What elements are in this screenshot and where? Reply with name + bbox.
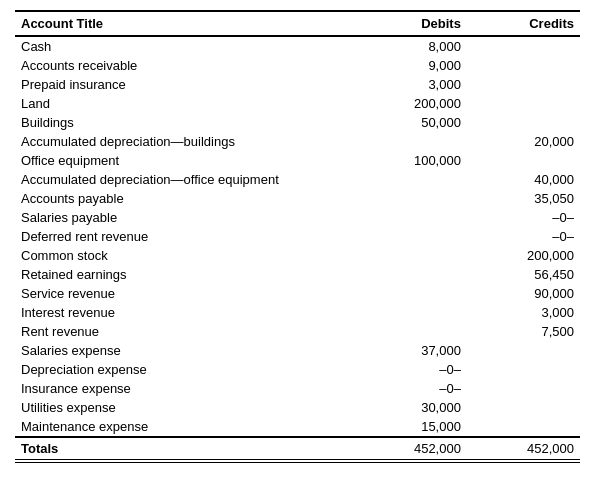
- debit-cell: [354, 322, 467, 341]
- account-cell: Retained earnings: [15, 265, 354, 284]
- table-row: Accumulated depreciation—buildings20,000: [15, 132, 580, 151]
- table-row: Insurance expense–0–: [15, 379, 580, 398]
- debit-cell: 3,000: [354, 75, 467, 94]
- credit-cell: [467, 56, 580, 75]
- table-row: Prepaid insurance3,000: [15, 75, 580, 94]
- account-cell: Accounts receivable: [15, 56, 354, 75]
- totals-label: Totals: [15, 437, 354, 461]
- totals-row: Totals452,000452,000: [15, 437, 580, 461]
- credit-cell: [467, 379, 580, 398]
- account-title-header: Account Title: [15, 11, 354, 36]
- debit-cell: [354, 227, 467, 246]
- table-row: Rent revenue7,500: [15, 322, 580, 341]
- debit-cell: 8,000: [354, 36, 467, 56]
- table-row: Cash8,000: [15, 36, 580, 56]
- debit-cell: 50,000: [354, 113, 467, 132]
- credit-cell: [467, 94, 580, 113]
- credit-cell: 40,000: [467, 170, 580, 189]
- debit-cell: 100,000: [354, 151, 467, 170]
- account-cell: Common stock: [15, 246, 354, 265]
- debit-cell: 15,000: [354, 417, 467, 437]
- debits-header: Debits: [354, 11, 467, 36]
- table-row: Interest revenue3,000: [15, 303, 580, 322]
- table-row: Accounts payable35,050: [15, 189, 580, 208]
- table-row: Deferred rent revenue–0–: [15, 227, 580, 246]
- table-row: Retained earnings56,450: [15, 265, 580, 284]
- table-row: Maintenance expense15,000: [15, 417, 580, 437]
- account-cell: Accumulated depreciation—office equipmen…: [15, 170, 354, 189]
- account-cell: Prepaid insurance: [15, 75, 354, 94]
- trial-balance-table: Account Title Debits Credits Cash8,000Ac…: [15, 10, 580, 463]
- credit-cell: 200,000: [467, 246, 580, 265]
- account-cell: Depreciation expense: [15, 360, 354, 379]
- account-cell: Salaries expense: [15, 341, 354, 360]
- debit-cell: [354, 189, 467, 208]
- table-row: Accumulated depreciation—office equipmen…: [15, 170, 580, 189]
- table-row: Accounts receivable9,000: [15, 56, 580, 75]
- table-row: Service revenue90,000: [15, 284, 580, 303]
- debit-cell: 37,000: [354, 341, 467, 360]
- table-row: Depreciation expense–0–: [15, 360, 580, 379]
- account-cell: Utilities expense: [15, 398, 354, 417]
- debit-cell: [354, 132, 467, 151]
- credit-cell: [467, 36, 580, 56]
- account-cell: Interest revenue: [15, 303, 354, 322]
- table-row: Salaries payable–0–: [15, 208, 580, 227]
- credit-cell: 3,000: [467, 303, 580, 322]
- account-cell: Salaries payable: [15, 208, 354, 227]
- account-cell: Land: [15, 94, 354, 113]
- totals-credit: 452,000: [467, 437, 580, 461]
- account-cell: Buildings: [15, 113, 354, 132]
- credit-cell: [467, 151, 580, 170]
- credit-cell: 56,450: [467, 265, 580, 284]
- credit-cell: 90,000: [467, 284, 580, 303]
- credit-cell: [467, 398, 580, 417]
- account-cell: Office equipment: [15, 151, 354, 170]
- table-row: Land200,000: [15, 94, 580, 113]
- credit-cell: 35,050: [467, 189, 580, 208]
- account-cell: Accumulated depreciation—buildings: [15, 132, 354, 151]
- credits-header: Credits: [467, 11, 580, 36]
- account-cell: Accounts payable: [15, 189, 354, 208]
- credit-cell: –0–: [467, 227, 580, 246]
- table-row: Utilities expense30,000: [15, 398, 580, 417]
- credit-cell: 20,000: [467, 132, 580, 151]
- totals-debit: 452,000: [354, 437, 467, 461]
- debit-cell: [354, 246, 467, 265]
- credit-cell: [467, 360, 580, 379]
- account-cell: Deferred rent revenue: [15, 227, 354, 246]
- credit-cell: –0–: [467, 208, 580, 227]
- debit-cell: [354, 170, 467, 189]
- debit-cell: [354, 284, 467, 303]
- table-row: Salaries expense37,000: [15, 341, 580, 360]
- debit-cell: [354, 208, 467, 227]
- debit-cell: –0–: [354, 360, 467, 379]
- table-row: Office equipment100,000: [15, 151, 580, 170]
- debit-cell: 30,000: [354, 398, 467, 417]
- debit-cell: 200,000: [354, 94, 467, 113]
- debit-cell: –0–: [354, 379, 467, 398]
- credit-cell: [467, 341, 580, 360]
- credit-cell: [467, 75, 580, 94]
- credit-cell: [467, 113, 580, 132]
- credit-cell: [467, 417, 580, 437]
- debit-cell: 9,000: [354, 56, 467, 75]
- debit-cell: [354, 265, 467, 284]
- credit-cell: 7,500: [467, 322, 580, 341]
- account-cell: Service revenue: [15, 284, 354, 303]
- table-row: Common stock200,000: [15, 246, 580, 265]
- account-cell: Maintenance expense: [15, 417, 354, 437]
- account-cell: Insurance expense: [15, 379, 354, 398]
- table-row: Buildings50,000: [15, 113, 580, 132]
- account-cell: Rent revenue: [15, 322, 354, 341]
- debit-cell: [354, 303, 467, 322]
- account-cell: Cash: [15, 36, 354, 56]
